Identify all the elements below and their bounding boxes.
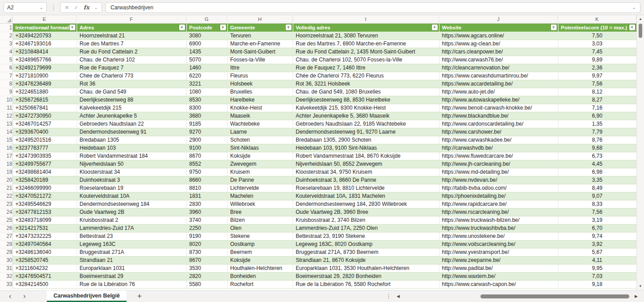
cell[interactable]: 6,73 (558, 152, 636, 160)
cell[interactable]: 9100 (186, 144, 227, 152)
cell[interactable]: 9270 (186, 128, 227, 136)
cell[interactable]: Deerlijksesteenweg 88 (77, 96, 186, 104)
cell[interactable]: Bruxelles (227, 88, 293, 96)
cell[interactable]: Lammerdries-Zuid 17A, 2250 Olen (293, 224, 439, 232)
row-number[interactable]: 7 (0, 72, 12, 80)
cell[interactable]: 9,95 (558, 264, 636, 272)
cell[interactable]: 7,79 (558, 128, 636, 136)
cell[interactable]: Bruggestraat 271A (77, 248, 186, 256)
filter-dropdown-icon[interactable]: ▾ (629, 24, 635, 30)
cell[interactable]: http://carwashvdb.be/ (439, 144, 558, 152)
cell[interactable]: Duinhoekstraat 3, 8660 De Panne (293, 176, 439, 184)
cell[interactable]: Dendermondsesteenweg 184, 2830 Willebroe… (293, 200, 439, 208)
scroll-up-icon[interactable]: ▲ (637, 17, 644, 21)
cell[interactable]: Kouterveldstraat 10A (77, 192, 186, 200)
cell[interactable]: +32492179699 (12, 64, 77, 72)
cell[interactable]: https://www.carwash-capon.be/ (439, 280, 558, 288)
row-number[interactable]: 23 (0, 200, 12, 208)
cell[interactable]: 8552 (186, 160, 227, 168)
row-number[interactable]: 10 (0, 96, 12, 104)
cell[interactable]: Deerlijksesteenweg 88, 8530 Harelbeke (293, 96, 439, 104)
cell[interactable]: 5580 (186, 280, 227, 288)
cell[interactable]: Boeimeerstraat 29, 2820 Bonheiden (293, 272, 439, 280)
cell[interactable]: Kruisbosstraat 2 (77, 216, 186, 224)
row-number[interactable]: 13 (0, 120, 12, 128)
cell[interactable]: Maaseik (227, 112, 293, 120)
cell[interactable]: +3293670400 (12, 128, 77, 136)
row-number[interactable]: 25 (0, 216, 12, 224)
cell[interactable]: 1435 (186, 48, 227, 56)
column-header[interactable]: Postcode▾ (186, 24, 227, 32)
cell[interactable]: Boeimeerstraat 29 (77, 272, 186, 280)
vertical-scrollbar[interactable]: ▲ ▼ (636, 15, 644, 290)
cell[interactable]: +32486136040 (12, 248, 77, 256)
confirm-icon[interactable]: ✓ (74, 4, 78, 11)
filter-dropdown-icon[interactable]: ▾ (220, 24, 226, 30)
cell[interactable]: 2,36 (558, 64, 636, 72)
cell[interactable]: 5,67 (558, 248, 636, 256)
cell[interactable]: +32467014257 (12, 120, 77, 128)
cell[interactable]: Rot 36 (77, 80, 186, 88)
cell[interactable]: 8,49 (558, 184, 636, 192)
row-number[interactable]: 27 (0, 232, 12, 240)
cell[interactable]: Zwevegem (227, 160, 293, 168)
cell[interactable]: 3,35 (558, 176, 636, 184)
cell[interactable]: 6,90 (558, 112, 636, 120)
cell[interactable]: 1,35 (558, 120, 636, 128)
cell[interactable]: Lichtervelde (227, 184, 293, 192)
scroll-left-icon[interactable]: ◀ (397, 290, 400, 302)
row-number[interactable]: 20 (0, 176, 12, 184)
cell[interactable]: +32473903935 (12, 152, 77, 160)
cell[interactable]: Beernem (227, 248, 293, 256)
cell[interactable]: 2250 (186, 224, 227, 232)
row-number[interactable]: 11 (0, 104, 12, 112)
cell[interactable]: Kloosterstraat 34, 9750 Kruisem (293, 168, 439, 176)
cell[interactable]: Heidebaan 103 (77, 144, 186, 152)
cell[interactable]: Hoornzeelstraat 21, 3080 Tervuren (293, 32, 439, 40)
cell[interactable]: 2820 (186, 272, 227, 280)
cell[interactable]: Europarklaan 1031 (77, 264, 186, 272)
row-number[interactable]: 21 (0, 184, 12, 192)
cell[interactable]: Lammerdries-Zuid 17A (77, 224, 186, 232)
cell[interactable]: 5070 (186, 56, 227, 64)
cell[interactable]: Hoornzeelstraat 21 (77, 32, 186, 40)
cell[interactable]: +3256726815 (12, 96, 77, 104)
scroll-right-icon[interactable]: ▶ (635, 290, 638, 302)
sheet-options-kebab-icon[interactable]: ⋮ (386, 290, 391, 302)
cell[interactable]: http://www.unostekene.be/ (439, 232, 558, 240)
column-header[interactable]: Internationaal formaat▾ (12, 24, 77, 32)
row-number[interactable]: 24 (0, 208, 12, 216)
cell[interactable]: 3680 (186, 112, 227, 120)
cell[interactable]: Robert Vandammestraat 184 (77, 152, 186, 160)
filter-dropdown-icon[interactable]: ▾ (179, 24, 185, 30)
cell[interactable]: https://www.carwashdumartinrou.be/ (439, 72, 558, 80)
cell[interactable]: 2830 (186, 200, 227, 208)
cell[interactable]: Legeweg 163C (77, 240, 186, 248)
cell[interactable]: Rue de la Libération 76 (77, 280, 186, 288)
cell[interactable]: http://www.carshower.be/ (439, 128, 558, 136)
cell[interactable]: Laarne (227, 128, 293, 136)
horizontal-scrollbar-thumb[interactable] (480, 294, 629, 298)
cell[interactable]: 6220 (186, 72, 227, 80)
cell[interactable]: 7,56 (558, 208, 636, 216)
cell[interactable]: +3210848414 (12, 48, 77, 56)
cell[interactable]: 9185 (186, 120, 227, 128)
cell[interactable]: 9,07 (558, 192, 636, 200)
scroll-down-icon[interactable]: ▼ (637, 284, 644, 288)
cell[interactable]: http://cars.cleanpower.be/ (439, 48, 558, 56)
row-number[interactable]: 30 (0, 256, 12, 264)
cell[interactable]: Bonheiden (227, 272, 293, 280)
cell[interactable]: https://www.md-detailing.be/ (439, 168, 558, 176)
cell[interactable]: +3284214500 (12, 280, 77, 288)
cell[interactable]: Legeweg 163C, 8020 Oostkamp (293, 240, 439, 248)
cell[interactable]: Kruisbosstraat 2, 3740 Bilzen (293, 216, 439, 224)
column-letter-E[interactable]: E (12, 15, 77, 23)
cell[interactable]: Kalvekeetdijk 215, 8300 Knokke-Heist (293, 104, 439, 112)
column-letter-I[interactable]: I (293, 15, 439, 23)
column-header[interactable]: Adres▾ (77, 24, 186, 32)
cell[interactable]: http://www.autowaskapelleke.be/ (439, 96, 558, 104)
cell[interactable]: Bruggestraat 271A, 8730 Beernem (293, 248, 439, 256)
cell[interactable]: +32495201516 (12, 136, 77, 144)
cell[interactable]: Strandlaan 21 (77, 256, 186, 264)
row-number[interactable]: 15 (0, 136, 12, 144)
